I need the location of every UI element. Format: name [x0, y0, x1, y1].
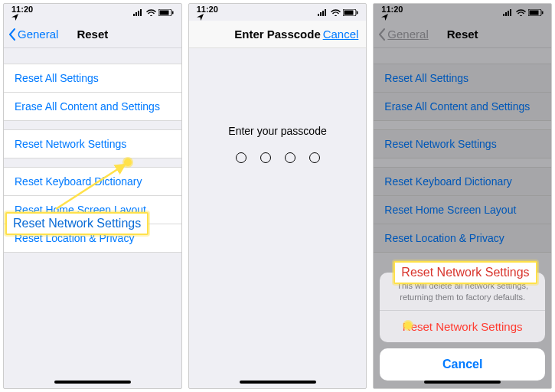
row-reset-network-settings[interactable]: Reset Network Settings [4, 129, 181, 158]
reset-options-group-2: Reset Network Settings [4, 129, 181, 158]
row-reset-all-settings[interactable]: Reset All Settings [4, 64, 181, 93]
svg-rect-1 [135, 12, 137, 16]
nav-title: Enter Passcode [234, 28, 321, 41]
back-label: General [18, 28, 58, 41]
cancel-button[interactable]: Cancel [323, 21, 359, 47]
passcode-dots[interactable] [236, 152, 320, 163]
home-indicator[interactable] [240, 381, 316, 384]
status-right [133, 9, 174, 16]
passcode-dot [236, 152, 246, 163]
svg-rect-0 [133, 14, 135, 16]
passcode-prompt: Enter your passcode [228, 125, 326, 137]
svg-rect-2 [138, 11, 139, 16]
sheet-action-reset-network[interactable]: Reset Network Settings [380, 311, 545, 342]
svg-rect-13 [344, 10, 354, 15]
svg-rect-14 [357, 11, 358, 14]
callout-reset-network: Reset Network Settings [393, 261, 537, 284]
screen-confirm-sheet: 11:20 General Reset Reset All Settings E… [373, 3, 552, 389]
sheet-cancel-button[interactable]: Cancel [380, 348, 545, 381]
row-erase-all-content[interactable]: Erase All Content and Settings [4, 92, 181, 121]
chevron-left-icon [8, 28, 16, 41]
status-time: 11:20 [11, 5, 33, 21]
svg-rect-11 [325, 9, 326, 16]
highlight-dot [124, 158, 132, 166]
action-sheet: This will delete all network settings, r… [380, 273, 545, 381]
battery-icon [343, 9, 358, 16]
status-bar: 11:20 [4, 4, 181, 21]
home-indicator[interactable] [54, 381, 131, 384]
passcode-area: Enter your passcode [189, 48, 367, 388]
status-time: 11:20 [197, 5, 218, 21]
sheet-action-label: Reset Network Settings [403, 320, 523, 333]
status-right [318, 9, 358, 16]
screen-enter-passcode: 11:20 Enter Passcode Cancel Enter your p… [188, 3, 367, 389]
svg-rect-5 [159, 10, 168, 15]
passcode-dot [260, 152, 271, 163]
nav-title: Reset [77, 28, 108, 41]
wifi-icon [146, 9, 156, 16]
status-bar: 11:20 [189, 4, 367, 21]
passcode-dot [309, 152, 320, 163]
svg-rect-9 [320, 12, 322, 16]
reset-options-group-1: Reset All Settings Erase All Content and… [4, 64, 181, 120]
row-reset-keyboard-dictionary[interactable]: Reset Keyboard Dictionary [4, 167, 181, 196]
location-icon [197, 14, 218, 21]
svg-rect-10 [322, 11, 324, 16]
svg-rect-6 [172, 11, 174, 14]
nav-bar: Enter Passcode Cancel [189, 21, 367, 48]
reset-options-group-3: Reset Keyboard Dictionary Reset Home Scr… [4, 167, 181, 252]
callout-reset-network: Reset Network Settings [5, 212, 149, 235]
location-icon [11, 14, 33, 21]
screen-reset-list: 11:20 General Reset Reset All Settings E… [3, 3, 182, 389]
passcode-dot [285, 152, 295, 163]
nav-bar: General Reset [4, 21, 181, 48]
wifi-icon [331, 9, 341, 16]
back-button[interactable]: General [8, 21, 58, 47]
svg-rect-3 [140, 9, 142, 16]
svg-rect-8 [318, 14, 319, 16]
battery-icon [158, 9, 174, 16]
signal-icon [318, 9, 328, 16]
signal-icon [133, 9, 144, 16]
